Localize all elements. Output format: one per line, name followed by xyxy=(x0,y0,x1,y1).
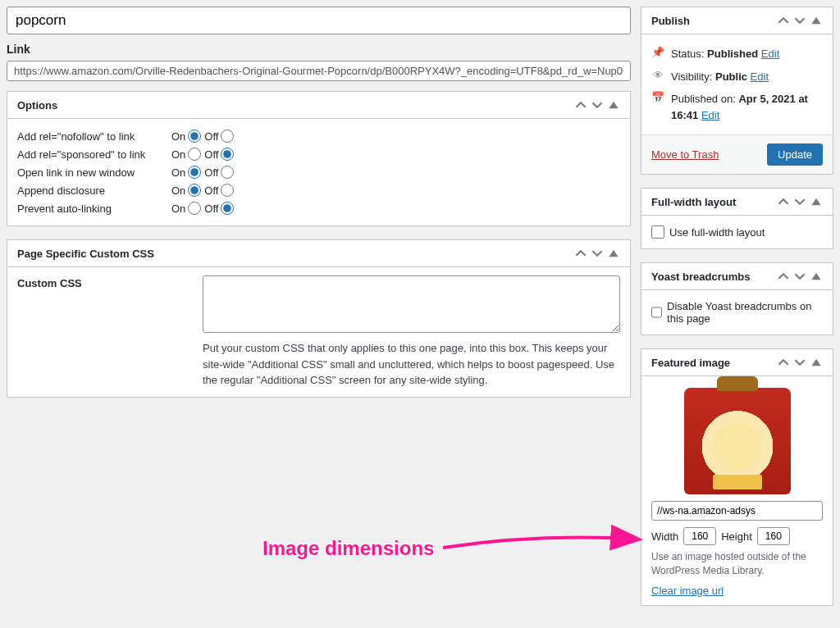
status-label: Status: xyxy=(671,48,704,60)
width-input[interactable] xyxy=(683,527,716,545)
radio-off-label: Off xyxy=(204,148,218,161)
yoast-checkbox-label: Disable Yoast breadcrumbs on this page xyxy=(667,300,823,325)
status-edit-link[interactable]: Edit xyxy=(761,48,779,60)
radio-off-label: Off xyxy=(204,184,218,197)
chevron-up-icon[interactable] xyxy=(777,195,790,208)
visibility-edit-link[interactable]: Edit xyxy=(751,71,769,83)
publish-box: Publish 📌 Status: Published Edit 👁 Visib… xyxy=(641,7,833,175)
option-disclosure: Append disclosure On Off xyxy=(17,181,620,199)
status-value: Published xyxy=(707,48,758,60)
visibility-label: Visibility: xyxy=(671,71,712,83)
eye-icon: 👁 xyxy=(651,69,664,81)
publish-title: Publish xyxy=(651,15,777,27)
calendar-icon: 📅 xyxy=(651,91,664,103)
disclosure-on-radio[interactable] xyxy=(188,184,201,197)
chevron-up-icon[interactable] xyxy=(777,14,790,27)
fullwidth-box: Full-width layout Use full-width layout xyxy=(641,188,833,249)
fullwidth-title: Full-width layout xyxy=(651,196,777,208)
sponsored-off-radio[interactable] xyxy=(221,148,234,161)
option-label: Append disclosure xyxy=(17,184,165,197)
fullwidth-checkbox-label: Use full-width layout xyxy=(669,226,765,239)
prevent-off-radio[interactable] xyxy=(221,202,234,215)
sponsored-on-radio[interactable] xyxy=(188,148,201,161)
chevron-down-icon[interactable] xyxy=(793,270,806,283)
newwin-on-radio[interactable] xyxy=(188,166,201,179)
option-label: Add rel="nofollow" to link xyxy=(17,130,165,143)
triangle-up-icon[interactable] xyxy=(810,270,823,283)
triangle-up-icon[interactable] xyxy=(607,247,620,260)
chevron-up-icon[interactable] xyxy=(777,356,790,369)
width-label: Width xyxy=(651,530,678,543)
options-box: Options Add rel="nofollow" to link On Of… xyxy=(7,91,631,226)
published-edit-link[interactable]: Edit xyxy=(701,109,719,121)
chevron-up-icon[interactable] xyxy=(574,247,587,260)
options-title: Options xyxy=(17,99,574,111)
nofollow-off-radio[interactable] xyxy=(221,130,234,143)
chevron-down-icon[interactable] xyxy=(793,356,806,369)
radio-on-label: On xyxy=(171,166,185,179)
update-button[interactable]: Update xyxy=(767,143,823,166)
custom-css-title: Page Specific Custom CSS xyxy=(17,248,574,260)
option-nofollow: Add rel="nofollow" to link On Off xyxy=(17,127,620,145)
yoast-title: Yoast breadcrumbs xyxy=(651,271,777,283)
featured-image-box: Featured image Width Height Use an image… xyxy=(641,348,833,606)
custom-css-textarea[interactable] xyxy=(203,275,620,333)
chevron-up-icon[interactable] xyxy=(574,98,587,111)
newwin-off-radio[interactable] xyxy=(221,166,234,179)
radio-on-label: On xyxy=(171,148,185,161)
prevent-on-radio[interactable] xyxy=(188,202,201,215)
custom-css-help: Put your custom CSS that only applies to… xyxy=(203,340,620,389)
option-newwin: Open link in new window On Off xyxy=(17,163,620,181)
yoast-box: Yoast breadcrumbs Disable Yoast breadcru… xyxy=(641,262,833,335)
clear-image-url-link[interactable]: Clear image url xyxy=(651,585,724,597)
radio-on-label: On xyxy=(171,130,185,143)
radio-on-label: On xyxy=(171,184,185,197)
yoast-checkbox[interactable] xyxy=(651,306,662,319)
pin-icon: 📌 xyxy=(651,46,664,58)
triangle-up-icon[interactable] xyxy=(607,98,620,111)
option-prevent: Prevent auto-linking On Off xyxy=(17,199,620,217)
link-input[interactable] xyxy=(7,61,631,81)
custom-css-box: Page Specific Custom CSS Custom CSS Put … xyxy=(7,239,631,398)
title-input[interactable] xyxy=(7,7,631,34)
triangle-up-icon[interactable] xyxy=(810,195,823,208)
visibility-value: Public xyxy=(715,71,747,83)
option-label: Prevent auto-linking xyxy=(17,203,165,215)
featured-image-title: Featured image xyxy=(651,357,777,369)
chevron-down-icon[interactable] xyxy=(591,98,604,111)
option-sponsored: Add rel="sponsored" to link On Off xyxy=(17,145,620,163)
chevron-down-icon[interactable] xyxy=(591,247,604,260)
nofollow-on-radio[interactable] xyxy=(188,130,201,143)
radio-off-label: Off xyxy=(204,166,218,179)
triangle-up-icon[interactable] xyxy=(810,14,823,27)
fullwidth-checkbox[interactable] xyxy=(651,225,664,239)
height-label: Height xyxy=(721,530,752,543)
triangle-up-icon[interactable] xyxy=(810,356,823,369)
custom-css-label: Custom CSS xyxy=(17,277,82,289)
disclosure-off-radio[interactable] xyxy=(221,184,234,197)
featured-image-url-input[interactable] xyxy=(651,501,823,521)
link-label: Link xyxy=(7,43,631,56)
featured-image-help: Use an image hosted outside of the WordP… xyxy=(651,550,823,578)
chevron-up-icon[interactable] xyxy=(777,270,790,283)
chevron-down-icon[interactable] xyxy=(793,195,806,208)
published-label: Published on: xyxy=(671,93,736,105)
option-label: Open link in new window xyxy=(17,166,165,179)
height-input[interactable] xyxy=(757,527,790,545)
radio-off-label: Off xyxy=(204,130,218,143)
radio-off-label: Off xyxy=(204,203,218,215)
featured-image-thumbnail[interactable] xyxy=(684,388,791,494)
option-label: Add rel="sponsored" to link xyxy=(17,148,165,161)
move-to-trash-link[interactable]: Move to Trash xyxy=(651,148,719,161)
chevron-down-icon[interactable] xyxy=(793,14,806,27)
radio-on-label: On xyxy=(171,203,185,215)
